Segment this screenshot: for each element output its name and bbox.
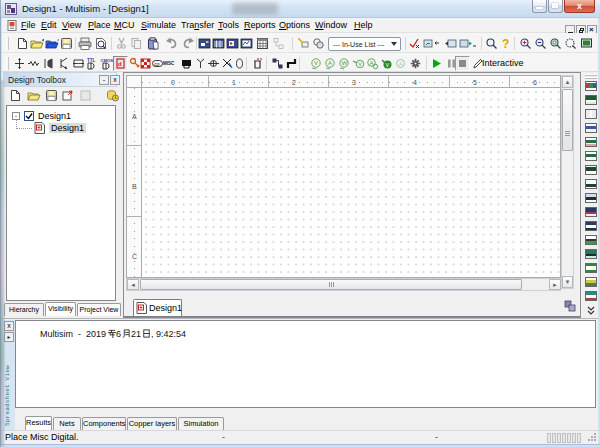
svg-text:V: V [358,61,362,67]
svg-text:V: V [314,60,318,66]
svg-text:MISC: MISC [163,61,175,66]
svg-text:d: d [118,61,122,67]
svg-text:?: ? [502,37,509,50]
svg-text:CMOS: CMOS [101,58,114,63]
svg-text:co: co [154,61,160,67]
svg-text:V: V [386,62,390,68]
svg-text:A: A [328,60,332,66]
svg-text:W: W [342,60,348,66]
svg-text:TTL: TTL [87,58,95,63]
svg-text:A: A [399,61,403,67]
svg-text:A: A [370,60,374,66]
